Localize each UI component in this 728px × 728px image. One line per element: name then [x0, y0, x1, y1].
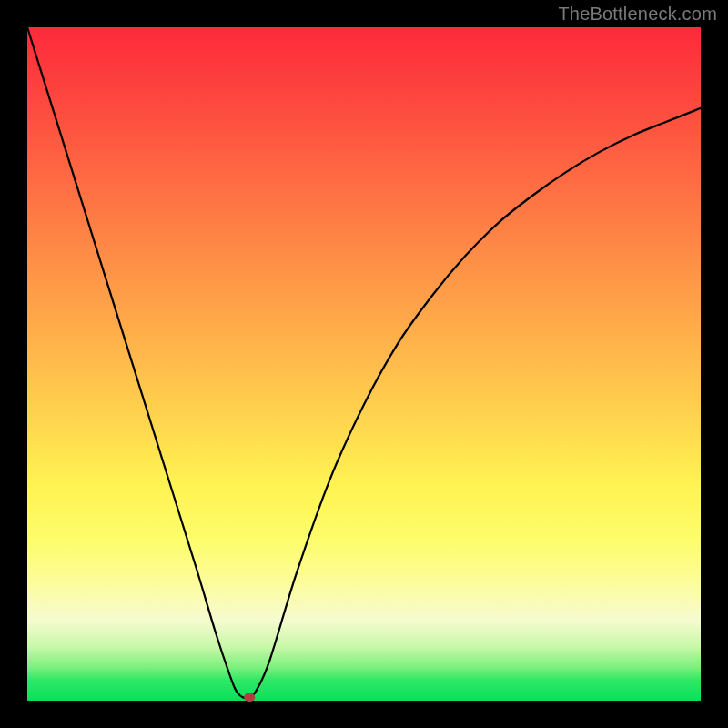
- chart-frame: TheBottleneck.com: [0, 0, 728, 728]
- curve-svg: [27, 27, 701, 701]
- watermark-text: TheBottleneck.com: [558, 4, 717, 25]
- plot-area: [27, 27, 701, 701]
- bottleneck-curve: [27, 27, 701, 698]
- optimum-marker: [244, 693, 255, 702]
